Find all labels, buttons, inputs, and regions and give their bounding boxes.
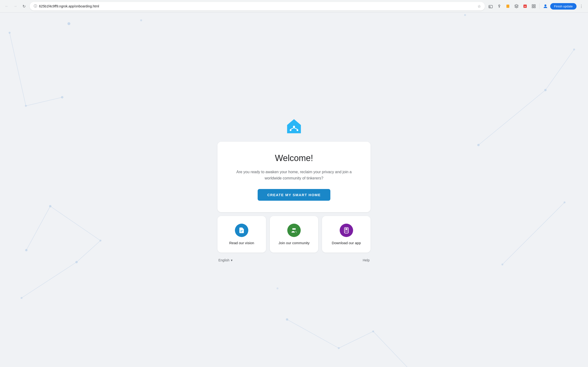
help-link[interactable]: Help	[363, 258, 370, 262]
svg-point-22	[502, 264, 503, 266]
svg-line-40	[502, 202, 565, 265]
svg-rect-7	[532, 7, 533, 8]
svg-line-38	[478, 90, 545, 145]
download-app-icon	[340, 224, 353, 237]
svg-point-15	[25, 105, 27, 107]
svg-point-44	[293, 126, 295, 128]
language-selector[interactable]: English ▾	[218, 258, 233, 262]
profile-icon-btn[interactable]	[542, 2, 549, 10]
svg-point-16	[49, 205, 52, 207]
download-app-label: Download our app	[332, 241, 361, 245]
svg-point-23	[544, 89, 547, 91]
read-vision-label: Read our vision	[229, 241, 254, 245]
svg-point-24	[573, 49, 575, 50]
svg-point-29	[338, 347, 340, 349]
address-bar[interactable]	[39, 4, 476, 8]
reload-button[interactable]: ↻	[20, 2, 28, 10]
ext1-icon-btn[interactable]	[513, 2, 520, 10]
svg-point-9	[545, 5, 546, 7]
notes-icon-btn[interactable]	[504, 2, 512, 10]
ha-logo-icon	[285, 118, 303, 135]
svg-text:H: H	[524, 5, 526, 8]
star-icon[interactable]: ☆	[477, 4, 481, 8]
svg-point-31	[277, 287, 278, 289]
svg-point-30	[372, 330, 374, 332]
svg-rect-2	[506, 5, 509, 8]
site-info-icon[interactable]: ⓘ	[34, 4, 37, 8]
svg-rect-5	[532, 5, 533, 6]
svg-point-46	[297, 130, 298, 131]
svg-line-39	[545, 50, 574, 90]
read-vision-card[interactable]: Read our vision	[217, 216, 266, 252]
join-community-icon	[287, 224, 301, 237]
svg-point-52	[294, 228, 296, 230]
welcome-title: Welcome!	[232, 153, 356, 163]
svg-point-45	[290, 130, 291, 131]
password-icon-btn[interactable]	[495, 2, 503, 10]
svg-rect-6	[534, 5, 535, 6]
menu-icon-btn[interactable]: ⋮	[578, 2, 585, 10]
join-community-card[interactable]: Join our community	[270, 216, 318, 252]
create-smart-home-button[interactable]: CREATE MY SMART HOME	[258, 189, 330, 201]
svg-line-32	[9, 33, 26, 106]
svg-rect-8	[534, 7, 535, 8]
svg-point-1	[499, 5, 500, 6]
svg-line-36	[22, 262, 77, 298]
svg-point-17	[100, 240, 101, 242]
svg-line-37	[77, 241, 101, 262]
svg-point-14	[61, 96, 63, 99]
address-bar-container: ⓘ ☆	[30, 2, 485, 10]
svg-line-43	[373, 331, 421, 367]
svg-point-51	[292, 228, 294, 230]
svg-point-28	[286, 318, 288, 321]
svg-line-34	[50, 206, 101, 241]
svg-point-11	[9, 32, 10, 34]
svg-point-10	[68, 22, 70, 25]
toolbar-icons: H Finish update ⋮	[487, 2, 585, 10]
forward-button[interactable]: →	[11, 2, 19, 10]
toolbar-divider	[539, 3, 540, 9]
svg-rect-55	[345, 231, 346, 232]
browser-toolbar: ← → ↻ ⓘ ☆ H	[0, 0, 588, 12]
join-community-label: Join our community	[278, 241, 310, 245]
svg-line-41	[287, 319, 339, 348]
svg-point-13	[464, 14, 466, 16]
logo-container	[285, 118, 303, 136]
main-welcome-card: Welcome! Are you ready to awaken your ho…	[217, 142, 371, 212]
svg-line-35	[26, 206, 50, 250]
download-app-card[interactable]: Download our app	[322, 216, 371, 252]
svg-rect-53	[345, 227, 348, 233]
svg-line-33	[26, 97, 62, 106]
back-button[interactable]: ←	[3, 2, 10, 10]
svg-point-25	[564, 201, 565, 203]
dropdown-arrow-icon: ▾	[231, 258, 233, 262]
footer: English ▾ Help	[217, 258, 371, 262]
finish-update-button[interactable]: Finish update	[550, 3, 577, 9]
browser-chrome: ← → ↻ ⓘ ☆ H	[0, 0, 588, 13]
svg-rect-56	[347, 231, 348, 232]
page-content: Welcome! Are you ready to awaken your ho…	[0, 13, 588, 367]
svg-point-18	[25, 249, 27, 251]
svg-rect-54	[345, 228, 347, 230]
cards-row: Read our vision Join our community	[217, 216, 371, 252]
svg-point-20	[75, 261, 78, 263]
svg-point-27	[140, 19, 142, 21]
svg-point-19	[21, 297, 23, 299]
nav-buttons: ← → ↻	[3, 2, 28, 10]
ext3-icon-btn[interactable]	[530, 2, 537, 10]
cast-icon-btn[interactable]	[487, 2, 494, 10]
language-label: English	[218, 258, 229, 262]
welcome-subtitle: Are you ready to awaken your home, recla…	[232, 169, 356, 181]
svg-point-26	[477, 144, 480, 146]
svg-line-42	[339, 331, 373, 348]
ext2-icon-btn[interactable]: H	[521, 2, 529, 10]
read-vision-icon	[235, 224, 248, 237]
